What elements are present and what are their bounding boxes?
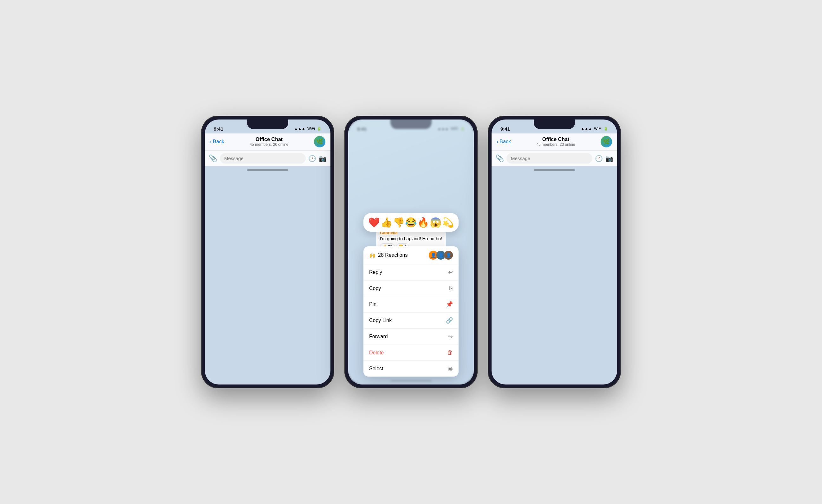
emoji-heart[interactable]: ❤️ (368, 217, 380, 228)
context-item-copy-link[interactable]: Copy Link 🔗 (363, 313, 459, 329)
nav-title-area-left: Office Chat 45 members, 20 online (224, 137, 314, 147)
input-bar-left: 📎 🕐 📷 (205, 150, 331, 166)
context-item-delete-label: Delete (369, 350, 384, 356)
reply-icon: ↩ (448, 269, 453, 276)
input-icons-right: 🕐 📷 (595, 155, 613, 162)
phone-middle: 9:41 ▲▲▲ WiFi 🔋 ❤️ 👍 👎 😂 🔥 😱 💫 👩 (344, 116, 478, 388)
mini-avatar-3: 👤 (444, 251, 453, 260)
wifi-icon: WiFi (307, 126, 315, 131)
nav-bar-right: ‹ Back Office Chat 45 members, 20 online… (491, 133, 617, 150)
chat-avatar-right[interactable]: 🌿 (600, 136, 612, 147)
chat-subtitle-left: 45 members, 20 online (224, 142, 314, 147)
home-bar-right (534, 169, 575, 171)
emoji-scared[interactable]: 😱 (430, 217, 441, 228)
camera-icon-left[interactable]: 📷 (319, 155, 327, 162)
attach-icon-left[interactable]: 📎 (209, 154, 217, 163)
emoji-thumbsdown[interactable]: 👎 (393, 217, 405, 228)
chevron-left-icon: ‹ (210, 139, 212, 144)
camera-icon-right[interactable]: 📷 (605, 155, 613, 162)
emoji-sparkle[interactable]: 💫 (442, 217, 454, 228)
status-time-left: 9:41 (214, 126, 223, 131)
chat-avatar-left[interactable]: 🌿 (314, 136, 325, 147)
emoji-thumbsup[interactable]: 👍 (381, 217, 392, 228)
reactions-header-left: 🙌 28 Reactions (369, 252, 408, 259)
delete-icon: 🗑 (447, 349, 453, 356)
context-item-copy[interactable]: Copy ⎘ (363, 281, 459, 297)
nav-bar-left: ‹ Back Office Chat 45 members, 20 online… (205, 133, 331, 150)
emoji-reaction-bar: ❤️ 👍 👎 😂 🔥 😱 💫 (363, 213, 459, 232)
copy-icon: ⎘ (449, 285, 453, 292)
chat-subtitle-right: 45 members, 20 online (511, 142, 600, 147)
battery-icon-r: 🔋 (603, 126, 608, 131)
status-icons-left: ▲▲▲ WiFi 🔋 (294, 126, 322, 131)
clock-icon-left[interactable]: 🕐 (308, 155, 316, 162)
context-item-select[interactable]: Select ◉ (363, 361, 459, 377)
context-item-copy-label: Copy (369, 286, 381, 291)
phone-left: 9:41 ▲▲▲ WiFi 🔋 ‹ Back Office Chat 45 me… (201, 116, 334, 388)
clock-icon-right[interactable]: 🕐 (595, 155, 603, 162)
attach-icon-right[interactable]: 📎 (495, 154, 504, 163)
message-input-right[interactable] (506, 153, 592, 163)
context-item-delete[interactable]: Delete 🗑 (363, 345, 459, 361)
context-menu: 🙌 28 Reactions 👤 👤 👤 Reply ↩ Copy ⎘ (363, 246, 459, 377)
context-item-forward-label: Forward (369, 334, 388, 340)
chat-title-right: Office Chat (511, 137, 600, 142)
back-button-left[interactable]: ‹ Back (210, 139, 224, 144)
signal-icon: ▲▲▲ (294, 126, 305, 131)
text-gabrielle-ctx: I'm going to Lapland! Ho-ho-ho! (380, 236, 442, 242)
context-item-pin[interactable]: Pin 📌 (363, 297, 459, 313)
home-indicator-left (205, 166, 331, 174)
notch-right (534, 119, 575, 129)
message-input-left[interactable] (220, 153, 306, 163)
pin-icon: 📌 (446, 301, 453, 308)
reactions-count-label: 28 Reactions (378, 252, 408, 258)
wave-icon: 🙌 (369, 252, 376, 259)
status-icons-right: ▲▲▲ WiFi 🔋 (581, 126, 608, 131)
context-item-pin-label: Pin (369, 302, 376, 307)
battery-icon: 🔋 (317, 126, 322, 131)
reactions-header[interactable]: 🙌 28 Reactions 👤 👤 👤 (363, 246, 459, 265)
context-item-reply[interactable]: Reply ↩ (363, 265, 459, 281)
notch-left (247, 119, 288, 129)
back-button-right[interactable]: ‹ Back (497, 139, 511, 144)
context-item-forward[interactable]: Forward ↪ (363, 329, 459, 345)
input-icons-left: 🕐 📷 (308, 155, 327, 162)
home-indicator-right (491, 166, 617, 174)
select-icon: ◉ (448, 365, 453, 372)
forward-icon: ↪ (448, 333, 453, 340)
input-bar-right: 📎 🕐 📷 (491, 150, 617, 166)
emoji-laugh[interactable]: 😂 (405, 217, 417, 228)
status-time-right: 9:41 (500, 126, 510, 131)
wifi-icon-r: WiFi (594, 126, 601, 131)
back-label-right: Back (499, 139, 511, 144)
chevron-left-icon-r: ‹ (497, 139, 498, 144)
context-item-copy-link-label: Copy Link (369, 318, 392, 323)
signal-icon-r: ▲▲▲ (581, 126, 592, 131)
emoji-fire[interactable]: 🔥 (417, 217, 429, 228)
chat-title-left: Office Chat (224, 137, 314, 142)
context-item-reply-label: Reply (369, 270, 382, 275)
home-bar-left (247, 169, 288, 171)
nav-title-area-right: Office Chat 45 members, 20 online (511, 137, 600, 147)
back-label-left: Back (213, 139, 224, 144)
phone-right: 9:41 ▲▲▲ WiFi 🔋 ‹ Back Office Chat 45 me… (488, 116, 621, 388)
link-icon: 🔗 (446, 317, 453, 324)
context-item-select-label: Select (369, 366, 383, 372)
reactions-avatars: 👤 👤 👤 (430, 251, 453, 260)
